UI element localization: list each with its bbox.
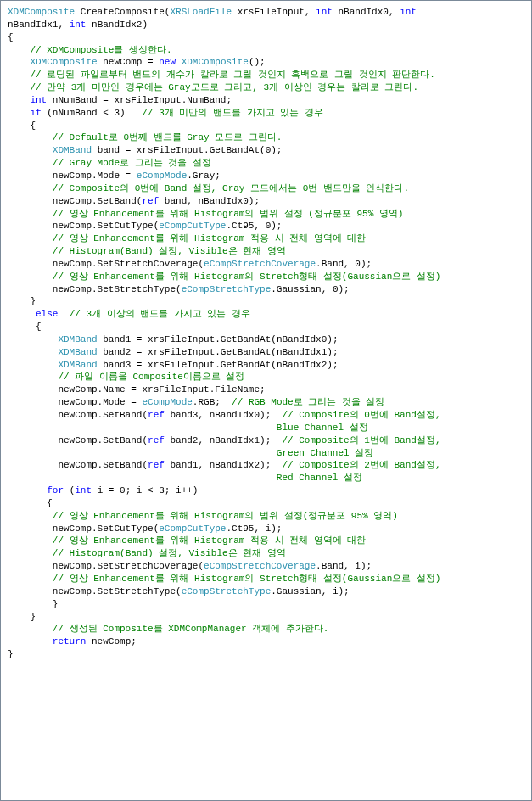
code-line: // Histogram(Band) 설정, Visible은 현재 영역: [8, 547, 524, 560]
code-token: // 로딩된 파일로부터 밴드의 개수가 칼라로 그릴 것인지 흑백으로 그릴 …: [30, 70, 434, 80]
code-token: XDMComposite: [8, 7, 75, 17]
code-line: newComp.SetBand(ref band3, nBandIdx0); /…: [8, 409, 524, 422]
code-token: eCompStretchType: [182, 586, 272, 597]
code-token: // Gray Mode로 그리는 것을 설정: [53, 158, 211, 168]
code-token: eCompStretchType: [182, 284, 272, 294]
code-token: int: [75, 485, 92, 496]
code-token: // 만약 3개 미만인 경우에는 Gray모드로 그리고, 3개 이상인 경우…: [30, 82, 418, 92]
code-token: ref: [142, 196, 159, 206]
code-line: // XDMComposite를 생성한다.: [8, 44, 524, 57]
code-line: // 파일 이름을 Composite이름으로 설정: [8, 371, 524, 384]
code-token: eCompMode: [142, 397, 192, 407]
code-token: XDMBand: [58, 347, 97, 357]
code-token: XDMBand: [58, 360, 97, 370]
code-token: // 영상 Enhancement를 위해 Histogram의 범위 설정 (…: [53, 209, 404, 219]
code-token: XDMComposite: [30, 57, 97, 67]
code-line: }: [8, 295, 524, 308]
code-line: XDMBand band2 = xrsFileInput.GetBandAt(n…: [8, 346, 524, 359]
code-line: {: [8, 120, 524, 132]
code-token: // Composite의 1번에 Band설정,: [282, 435, 440, 445]
code-token: // 파일 이름을 Composite이름으로 설정: [58, 372, 244, 382]
code-token: // 영상 Enhancement를 위해 Histogram 적용 시 전체 …: [53, 535, 367, 546]
code-line: newComp.SetStretchType(eCompStretchType.…: [8, 283, 524, 296]
code-token: // Default로 0번째 밴드를 Gray 모드로 그린다.: [53, 132, 283, 143]
code-token: int: [30, 95, 47, 105]
code-token: eCompStretchCoverage: [204, 259, 316, 269]
code-token: // Composite의 0번에 Band설정,: [282, 410, 440, 420]
code-line: XDMBand band = xrsFileInput.GetBandAt(0)…: [8, 144, 524, 157]
code-line: else // 3개 이상의 밴드를 가지고 있는 경우: [8, 308, 524, 321]
code-line: // Histogram(Band) 설정, Visible은 현재 영역: [8, 245, 524, 258]
code-line: for (int i = 0; i < 3; i++): [8, 485, 524, 497]
code-line: newComp.SetCutType(eCompCutType.Ct95, 0)…: [8, 220, 524, 232]
code-token: // Histogram(Band) 설정, Visible은 현재 영역: [53, 246, 286, 256]
code-token: // 3개 미만의 밴드를 가지고 있는 경우: [142, 108, 322, 118]
code-token: int: [316, 7, 333, 17]
code-line: // 영상 Enhancement를 위해 Histogram의 Stretch…: [8, 271, 524, 283]
code-token: // Composite의 0번에 Band 설정, Gray 모드에서는 0번…: [53, 183, 409, 193]
code-token: XRSLoadFile: [170, 7, 232, 17]
code-token: XDMComposite: [182, 57, 249, 67]
code-token: if: [30, 108, 41, 118]
code-line: newComp.SetStretchCoverage(eCompStretchC…: [8, 560, 524, 573]
code-line: // Composite의 0번에 Band 설정, Gray 모드에서는 0번…: [8, 182, 524, 195]
code-line: int nNumBand = xrsFileInput.NumBand;: [8, 94, 524, 107]
code-token: Green Channel 설정: [277, 448, 373, 458]
code-line: // 영상 Enhancement를 위해 Histogram 적용 시 전체 …: [8, 535, 524, 547]
code-line: XDMBand band3 = xrsFileInput.GetBandAt(n…: [8, 359, 524, 372]
code-line: newComp.SetCutType(eCompCutType.Ct95, i)…: [8, 523, 524, 535]
code-line: newComp.SetStretchType(eCompStretchType.…: [8, 585, 524, 598]
code-line: {: [8, 31, 524, 44]
code-token: Red Channel 설정: [277, 473, 362, 483]
code-token: int: [70, 20, 87, 30]
code-token: else: [36, 309, 58, 319]
code-line: {: [8, 497, 524, 510]
code-line: // Gray Mode로 그리는 것을 설정: [8, 157, 524, 170]
code-line: Blue Channel 설정: [8, 422, 524, 434]
code-token: for: [47, 485, 64, 496]
code-line: // 생성된 Composite를 XDMCompManager 객체에 추가한…: [8, 623, 524, 636]
code-line: nBandIdx1, int nBandIdx2): [8, 19, 524, 31]
code-token: // 생성된 Composite를 XDMCompManager 객체에 추가한…: [53, 624, 329, 634]
code-block: XDMComposite CreateComposite(XRSLoadFile…: [0, 0, 532, 801]
code-token: XDMBand: [58, 334, 97, 344]
code-token: int: [400, 7, 417, 17]
code-line: XDMComposite CreateComposite(XRSLoadFile…: [8, 6, 524, 19]
code-line: Red Channel 설정: [8, 472, 524, 485]
code-line: XDMComposite newComp = new XDMComposite(…: [8, 56, 524, 69]
code-token: Blue Channel 설정: [277, 423, 368, 433]
code-line: newComp.Mode = eCompMode.RGB; // RGB Mod…: [8, 396, 524, 409]
code-token: return: [53, 636, 87, 647]
code-line: // 영상 Enhancement를 위해 Histogram의 범위 설정(정…: [8, 510, 524, 523]
code-token: new: [159, 57, 176, 67]
code-token: // 영상 Enhancement를 위해 Histogram 적용 시 전체 …: [53, 233, 367, 244]
code-token: XDMBand: [53, 145, 92, 155]
code-line: newComp.SetBand(ref band, nBandIdx0);: [8, 195, 524, 208]
code-line: newComp.Name = xrsFileInput.FileName;: [8, 384, 524, 396]
code-token: // RGB Mode로 그리는 것을 설정: [232, 397, 384, 407]
code-token: eCompStretchCoverage: [204, 561, 316, 571]
code-line: }: [8, 648, 524, 661]
code-token: // 3개 이상의 밴드를 가지고 있는 경우: [70, 309, 250, 319]
code-token: // 영상 Enhancement를 위해 Histogram의 범위 설정(정…: [53, 511, 398, 521]
code-line: }: [8, 611, 524, 624]
code-line: Green Channel 설정: [8, 447, 524, 460]
code-line: newComp.SetBand(ref band1, nBandIdx2); /…: [8, 459, 524, 472]
code-line: newComp.SetStretchCoverage(eCompStretchC…: [8, 258, 524, 271]
code-line: {: [8, 321, 524, 333]
code-line: // 만약 3개 미만인 경우에는 Gray모드로 그리고, 3개 이상인 경우…: [8, 81, 524, 94]
code-line: // 영상 Enhancement를 위해 Histogram 적용 시 전체 …: [8, 232, 524, 245]
code-line: // 영상 Enhancement를 위해 Histogram의 Stretch…: [8, 573, 524, 585]
code-token: eCompCutType: [159, 524, 226, 534]
code-token: ref: [148, 460, 165, 470]
code-token: // XDMComposite를 생성한다.: [30, 45, 171, 55]
code-token: // 영상 Enhancement를 위해 Histogram의 Stretch…: [53, 574, 441, 584]
code-token: ref: [148, 410, 165, 420]
code-token: // Histogram(Band) 설정, Visible은 현재 영역: [53, 548, 286, 558]
code-line: if (nNumBand < 3) // 3개 미만의 밴드를 가지고 있는 경…: [8, 107, 524, 120]
code-line: XDMBand band1 = xrsFileInput.GetBandAt(n…: [8, 333, 524, 346]
code-line: newComp.Mode = eCompMode.Gray;: [8, 170, 524, 182]
code-token: eCompCutType: [159, 221, 226, 231]
code-line: // 로딩된 파일로부터 밴드의 개수가 칼라로 그릴 것인지 흑백으로 그릴 …: [8, 69, 524, 81]
code-line: }: [8, 598, 524, 611]
